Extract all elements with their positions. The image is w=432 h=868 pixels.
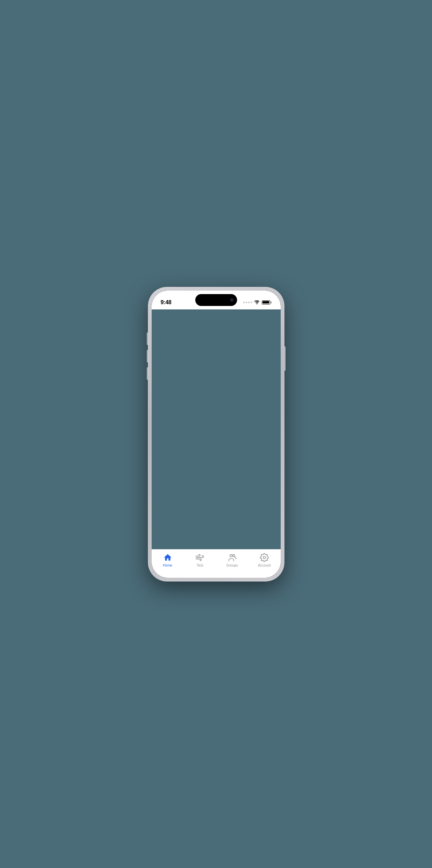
battery-icon [262, 300, 272, 305]
signal-dot-1 [243, 302, 245, 303]
screen: 9:48 [152, 291, 281, 578]
groups-icon [228, 553, 237, 562]
main-content [152, 309, 281, 549]
tab-test[interactable]: Test [184, 553, 216, 567]
tab-account[interactable]: Account [248, 553, 281, 567]
home-icon [163, 553, 172, 562]
wifi-icon [254, 300, 260, 305]
svg-point-2 [263, 556, 266, 559]
dynamic-island [195, 294, 237, 306]
phone-frame: 9:48 [148, 287, 284, 581]
tab-home-label: Home [163, 563, 172, 567]
tab-test-label: Test [197, 563, 203, 567]
tab-bar: Home Test [152, 549, 281, 578]
signal-dot-3 [248, 302, 250, 303]
signal-dot-4 [251, 302, 252, 303]
svg-point-0 [230, 554, 232, 557]
svg-point-1 [233, 554, 235, 557]
gear-icon [260, 553, 269, 562]
tab-groups[interactable]: Groups [216, 553, 249, 567]
camera-dot [230, 298, 234, 302]
status-time: 9:48 [161, 299, 172, 306]
status-bar: 9:48 [152, 291, 281, 309]
wind-icon [195, 553, 204, 562]
phone-inner: 9:48 [152, 291, 281, 578]
tab-groups-label: Groups [226, 563, 238, 567]
signal-dots-icon [243, 302, 252, 303]
tab-home[interactable]: Home [152, 553, 184, 567]
status-icons [243, 300, 272, 305]
tab-account-label: Account [258, 563, 271, 567]
signal-dot-2 [246, 302, 247, 303]
